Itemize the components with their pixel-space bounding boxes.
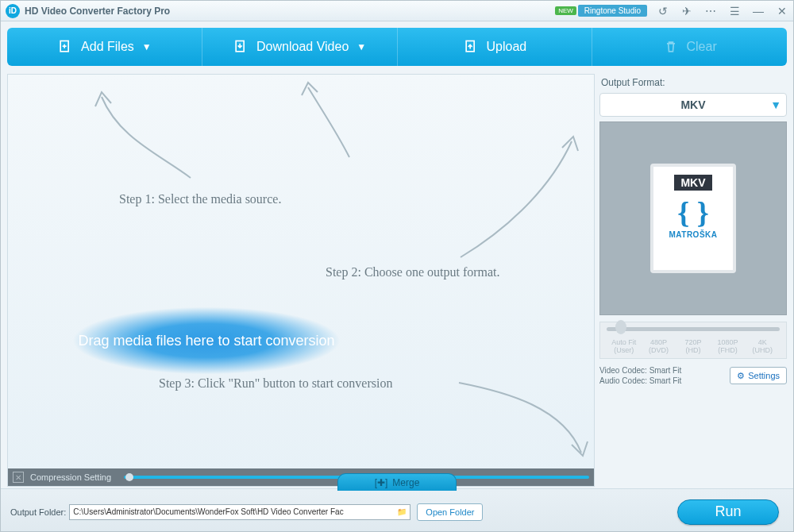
format-card-title: MKV bbox=[674, 175, 711, 191]
output-format-select[interactable]: MKV ▼ bbox=[599, 93, 787, 117]
download-video-label: Download Video bbox=[256, 40, 349, 54]
output-sidebar: Output Format: MKV ▼ MKV { } MATROŠKA Au… bbox=[599, 74, 787, 487]
codec-info: Video Codec: Smart Fit Audio Codec: Smar… bbox=[599, 365, 681, 387]
video-codec: Video Codec: Smart Fit bbox=[599, 365, 681, 376]
compression-bar: ✕ Compression Setting bbox=[8, 468, 594, 486]
gear-icon: ⚙ bbox=[737, 371, 745, 381]
drop-canvas[interactable]: Step 1: Select the media source. Step 2:… bbox=[7, 74, 595, 487]
form-icon[interactable]: ☰ bbox=[728, 5, 741, 17]
codec-row: Video Codec: Smart Fit Audio Codec: Smar… bbox=[599, 365, 787, 387]
slider-knob[interactable] bbox=[125, 473, 133, 481]
run-button[interactable]: Run bbox=[677, 499, 779, 525]
merge-icon: [✚] bbox=[375, 477, 388, 488]
resolution-pin-icon[interactable] bbox=[615, 320, 626, 334]
feedback-icon[interactable]: ⋯ bbox=[704, 5, 717, 17]
upload-icon bbox=[463, 39, 479, 55]
trash-icon bbox=[663, 39, 679, 55]
compression-label: Compression Setting bbox=[30, 472, 111, 482]
output-format-value: MKV bbox=[680, 98, 705, 111]
open-folder-button[interactable]: Open Folder bbox=[417, 503, 483, 521]
download-video-button[interactable]: Download Video ▼ bbox=[202, 28, 398, 66]
new-badge: NEW bbox=[555, 6, 576, 15]
chevron-down-icon: ▼ bbox=[142, 41, 152, 52]
step1-text: Step 1: Select the media source. bbox=[119, 192, 281, 206]
clear-label: Clear bbox=[687, 40, 717, 54]
resolution-labels: Auto Fit(User) 480P(DVD) 720P(HD) 1080P(… bbox=[607, 339, 780, 355]
arrow-2b-icon bbox=[453, 130, 588, 265]
merge-label: Merge bbox=[392, 477, 419, 488]
res-480p: 480P(DVD) bbox=[642, 339, 676, 355]
format-card-subtitle: MATROŠKA bbox=[669, 230, 717, 239]
run-label: Run bbox=[715, 503, 741, 520]
upload-label: Upload bbox=[487, 40, 527, 54]
add-files-label: Add Files bbox=[81, 40, 134, 54]
content-area: Step 1: Select the media source. Step 2:… bbox=[1, 72, 793, 488]
app-logo-icon: iD bbox=[6, 4, 20, 18]
output-folder-label: Output Folder: bbox=[10, 507, 66, 517]
settings-button[interactable]: ⚙ Settings bbox=[730, 367, 787, 384]
arrow-1-icon bbox=[79, 83, 206, 186]
matroska-icon: { } bbox=[677, 195, 708, 230]
send-icon[interactable]: ✈ bbox=[680, 5, 693, 17]
upload-button[interactable]: Upload bbox=[398, 28, 593, 66]
drag-hint: Drag media files here to start conversio… bbox=[48, 297, 365, 384]
window-controls: ↺ ✈ ⋯ ☰ — ✕ bbox=[657, 5, 788, 17]
clear-button[interactable]: Clear bbox=[592, 28, 787, 66]
output-folder-path: C:\Users\Administrator\Documents\WonderF… bbox=[73, 507, 343, 516]
format-card: MKV { } MATROŠKA bbox=[650, 164, 736, 273]
browse-folder-icon[interactable]: 📁 bbox=[397, 507, 407, 516]
chevron-down-icon: ▼ bbox=[770, 98, 781, 111]
output-format-preview[interactable]: MKV { } MATROŠKA bbox=[599, 121, 787, 315]
chevron-down-icon: ▼ bbox=[357, 41, 366, 52]
resolution-slider[interactable] bbox=[607, 327, 780, 331]
resolution-bar: Auto Fit(User) 480P(DVD) 720P(HD) 1080P(… bbox=[599, 322, 787, 359]
close-icon[interactable]: ✕ bbox=[776, 5, 788, 17]
arrow-2a-icon bbox=[294, 78, 365, 165]
output-folder-field[interactable]: C:\Users\Administrator\Documents\WonderF… bbox=[69, 504, 410, 520]
res-720p: 720P(HD) bbox=[676, 339, 711, 355]
settings-label: Settings bbox=[748, 371, 780, 380]
minimize-icon[interactable]: — bbox=[752, 5, 765, 17]
app-title: HD Video Converter Factory Pro bbox=[25, 6, 555, 17]
res-1080p: 1080P(FHD) bbox=[711, 339, 746, 355]
step3-text: Step 3: Click "Run" button to start conv… bbox=[159, 376, 392, 391]
res-autofit: Auto Fit(User) bbox=[607, 339, 642, 355]
audio-codec: Audio Codec: Smart Fit bbox=[599, 376, 681, 387]
add-files-button[interactable]: Add Files ▼ bbox=[7, 28, 202, 66]
bottom-bar: [✚] Merge Output Folder: C:\Users\Admini… bbox=[1, 488, 793, 532]
merge-button[interactable]: [✚] Merge bbox=[337, 473, 457, 491]
add-file-icon bbox=[57, 39, 73, 55]
compression-close-icon[interactable]: ✕ bbox=[13, 472, 24, 483]
title-bar: iD HD Video Converter Factory Pro NEW Ri… bbox=[1, 1, 793, 21]
undo-icon[interactable]: ↺ bbox=[657, 5, 669, 17]
step2-text: Step 2: Choose one output format. bbox=[326, 265, 500, 279]
output-format-label: Output Format: bbox=[599, 74, 787, 93]
res-4k: 4K(UHD) bbox=[745, 339, 780, 355]
download-icon bbox=[233, 39, 249, 55]
main-toolbar: Add Files ▼ Download Video ▼ Upload Clea… bbox=[7, 28, 787, 66]
ringtone-studio-button[interactable]: Ringtone Studio bbox=[578, 5, 647, 17]
arrow-3-icon bbox=[453, 376, 596, 464]
